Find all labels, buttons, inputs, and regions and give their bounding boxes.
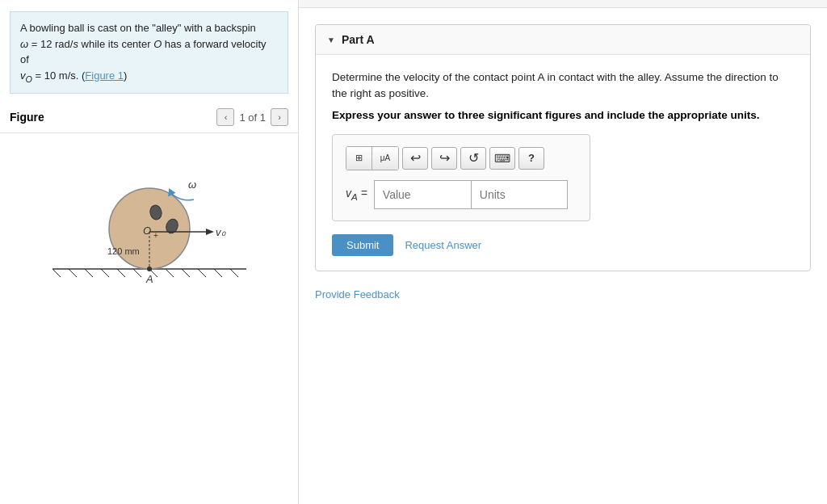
left-panel: A bowling ball is cast on the "alley" wi… bbox=[0, 0, 299, 504]
figure-next-button[interactable]: › bbox=[271, 108, 288, 126]
submit-button[interactable]: Submit bbox=[332, 234, 393, 256]
svg-line-2 bbox=[69, 269, 77, 277]
svg-text:120 mm: 120 mm bbox=[107, 246, 140, 256]
top-bar bbox=[299, 0, 827, 8]
svg-text:ω: ω bbox=[188, 178, 196, 191]
value-input[interactable] bbox=[374, 180, 471, 209]
feedback-section: Provide Feedback bbox=[299, 288, 827, 317]
svg-text:O: O bbox=[143, 225, 151, 237]
grid-icon: ⊞ bbox=[355, 153, 363, 163]
svg-line-1 bbox=[52, 269, 61, 277]
part-title: Part A bbox=[342, 33, 375, 46]
help-button[interactable]: ? bbox=[518, 147, 544, 170]
right-panel: ▼ Part A Determine the velocity of the c… bbox=[299, 0, 827, 504]
mu-icon: μA bbox=[380, 153, 390, 162]
figure-container: O + v₀ ω 120 mm A bbox=[0, 132, 298, 504]
grid-icon-button[interactable]: ⊞ bbox=[346, 147, 372, 170]
mu-icon-button[interactable]: μA bbox=[372, 147, 398, 170]
provide-feedback-link[interactable]: Provide Feedback bbox=[315, 288, 400, 300]
svg-line-4 bbox=[101, 269, 109, 277]
figure-header: Figure ‹ 1 of 1 › bbox=[0, 102, 298, 132]
toolbar-format-group: ⊞ μA bbox=[346, 146, 399, 170]
keyboard-button[interactable]: ⌨ bbox=[489, 147, 515, 170]
svg-line-8 bbox=[166, 269, 174, 277]
svg-text:v₀: v₀ bbox=[216, 226, 226, 238]
figure-prev-button[interactable]: ‹ bbox=[216, 108, 234, 126]
bowling-ball-figure: O + v₀ ω 120 mm A bbox=[36, 141, 262, 303]
toolbar: ⊞ μA ↩ ↪ ↺ ⌨ ? bbox=[346, 146, 577, 170]
figure-title: Figure bbox=[10, 111, 44, 124]
svg-line-12 bbox=[230, 269, 238, 277]
request-answer-link[interactable]: Request Answer bbox=[405, 239, 481, 251]
part-header: ▼ Part A bbox=[316, 25, 810, 55]
problem-description: A bowling ball is cast on the "alley" wi… bbox=[10, 11, 288, 94]
undo-button[interactable]: ↩ bbox=[402, 147, 428, 170]
figure-page-indicator: 1 of 1 bbox=[239, 111, 266, 124]
units-input[interactable] bbox=[471, 180, 568, 209]
figure-link[interactable]: Figure 1 bbox=[85, 69, 124, 82]
svg-line-9 bbox=[182, 269, 190, 277]
variable-label: vA = bbox=[346, 187, 367, 202]
question-text-line1: Determine the velocity of the contact po… bbox=[332, 69, 794, 103]
action-row: Submit Request Answer bbox=[332, 234, 794, 256]
svg-line-11 bbox=[214, 269, 222, 277]
refresh-button[interactable]: ↺ bbox=[460, 147, 486, 170]
svg-line-3 bbox=[85, 269, 93, 277]
part-body: Determine the velocity of the contact po… bbox=[316, 55, 810, 271]
svg-line-5 bbox=[117, 269, 125, 277]
svg-line-10 bbox=[198, 269, 206, 277]
svg-line-6 bbox=[133, 269, 141, 277]
svg-text:A: A bbox=[145, 273, 153, 285]
answer-box: ⊞ μA ↩ ↪ ↺ ⌨ ? vA = bbox=[332, 134, 590, 221]
answer-input-row: vA = bbox=[346, 180, 577, 209]
figure-navigation: ‹ 1 of 1 › bbox=[216, 108, 288, 126]
svg-point-26 bbox=[147, 267, 152, 271]
question-text-line2: Express your answer to three significant… bbox=[332, 109, 794, 121]
redo-button[interactable]: ↪ bbox=[431, 147, 457, 170]
part-a-section: ▼ Part A Determine the velocity of the c… bbox=[315, 24, 811, 271]
collapse-icon[interactable]: ▼ bbox=[327, 36, 335, 44]
svg-marker-19 bbox=[206, 229, 214, 235]
